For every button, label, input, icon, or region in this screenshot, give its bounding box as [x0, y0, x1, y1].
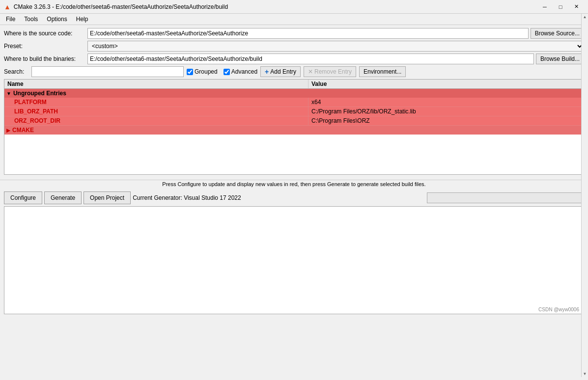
sidebar-arrow-down[interactable]: ▼	[582, 371, 588, 377]
row-liborzpath-name: LIB_ORZ_PATH	[4, 107, 308, 116]
environment-button[interactable]: Environment...	[359, 66, 406, 77]
toggle-icon: ▼	[6, 91, 11, 96]
window-controls: ─ □ ✕	[537, 2, 584, 12]
search-row: Search: Grouped Advanced + Add Entry ✕ R…	[4, 66, 584, 77]
build-row: Where to build the binaries: Browse Buil…	[4, 54, 584, 64]
grouped-checkbox-label[interactable]: Grouped	[187, 68, 218, 75]
group-cmake[interactable]: ▶ CMAKE	[4, 126, 584, 135]
row-orzrootdir-value: C:\Program Files\ORZ	[308, 116, 584, 125]
action-bar: Configure Generate Open Project Current …	[0, 190, 588, 206]
menu-file[interactable]: File	[2, 15, 19, 24]
minimize-button[interactable]: ─	[537, 2, 553, 12]
generate-button[interactable]: Generate	[44, 191, 82, 204]
preset-row: Preset: <custom>	[4, 41, 584, 52]
table-row: ORZ_ROOT_DIR C:\Program Files\ORZ	[4, 116, 584, 126]
menu-tools[interactable]: Tools	[20, 15, 42, 24]
search-label: Search:	[4, 68, 28, 75]
table-row: PLATFORM x64	[4, 98, 584, 107]
row-platform-name: PLATFORM	[4, 98, 308, 107]
preset-label: Preset:	[4, 43, 87, 50]
remove-icon: ✕	[308, 68, 313, 75]
group-cmake-label: CMAKE	[12, 127, 34, 134]
add-entry-button[interactable]: + Add Entry	[260, 66, 301, 77]
table-body: ▼ Ungrouped Entries PLATFORM x64 LIB_ORZ…	[4, 89, 584, 135]
status-bar: Press Configure to update and display ne…	[0, 180, 588, 190]
table-header: Name Value	[4, 80, 584, 89]
watermark: CSDN @wyw0006	[538, 307, 579, 312]
browse-build-button[interactable]: Browse Build...	[536, 54, 584, 64]
group-ungrouped-label: Ungrouped Entries	[13, 90, 66, 97]
title-bar: ▲ CMake 3.26.3 - E:/code/other/seeta6-ma…	[0, 0, 588, 14]
source-label: Where is the source code:	[4, 30, 87, 37]
main-content: Where is the source code: Browse Source.…	[0, 25, 588, 180]
menu-bar: File Tools Options Help	[0, 14, 588, 25]
col-value-header: Value	[308, 80, 584, 88]
advanced-label: Advanced	[231, 68, 257, 75]
right-sidebar: ▲ ▼	[581, 14, 588, 377]
filter-options: Grouped Advanced	[187, 68, 257, 75]
grouped-checkbox[interactable]	[187, 69, 193, 75]
advanced-checkbox[interactable]	[224, 69, 230, 75]
source-input[interactable]	[87, 28, 529, 39]
generator-label: Current Generator: Visual Studio 17 2022	[133, 194, 425, 201]
source-row: Where is the source code: Browse Source.…	[4, 28, 584, 39]
row-liborzpath-value: C:/Program Files/ORZ/lib/ORZ_static.lib	[308, 107, 584, 116]
close-button[interactable]: ✕	[568, 2, 584, 12]
configure-button[interactable]: Configure	[4, 191, 42, 204]
advanced-checkbox-label[interactable]: Advanced	[224, 68, 257, 75]
menu-options[interactable]: Options	[43, 15, 71, 24]
remove-entry-button[interactable]: ✕ Remove Entry	[304, 66, 356, 77]
title-bar-text: CMake 3.26.3 - E:/code/other/seeta6-mast…	[14, 3, 534, 10]
build-input[interactable]	[87, 54, 534, 64]
toggle-cmake-icon: ▶	[6, 128, 10, 133]
output-area[interactable]	[4, 206, 584, 314]
menu-help[interactable]: Help	[72, 15, 92, 24]
build-label: Where to build the binaries:	[4, 55, 87, 62]
browse-source-button[interactable]: Browse Source...	[531, 28, 584, 39]
preset-select[interactable]: <custom>	[87, 41, 584, 52]
row-platform-value: x64	[308, 98, 584, 107]
entries-table: Name Value ▼ Ungrouped Entries PLATFORM …	[4, 79, 584, 175]
sidebar-arrow-up[interactable]: ▲	[582, 14, 588, 20]
search-input[interactable]	[31, 66, 184, 77]
maximize-button[interactable]: □	[553, 2, 568, 12]
table-row: LIB_ORZ_PATH C:/Program Files/ORZ/lib/OR…	[4, 107, 584, 116]
col-name-header: Name	[4, 80, 308, 88]
app-icon: ▲	[4, 3, 11, 11]
progress-bar	[427, 192, 584, 203]
grouped-label: Grouped	[195, 68, 218, 75]
group-ungrouped[interactable]: ▼ Ungrouped Entries	[4, 89, 584, 98]
open-project-button[interactable]: Open Project	[84, 191, 131, 204]
row-orzrootdir-name: ORZ_ROOT_DIR	[4, 116, 308, 125]
status-message: Press Configure to update and display ne…	[162, 181, 425, 187]
add-icon: +	[265, 68, 269, 76]
